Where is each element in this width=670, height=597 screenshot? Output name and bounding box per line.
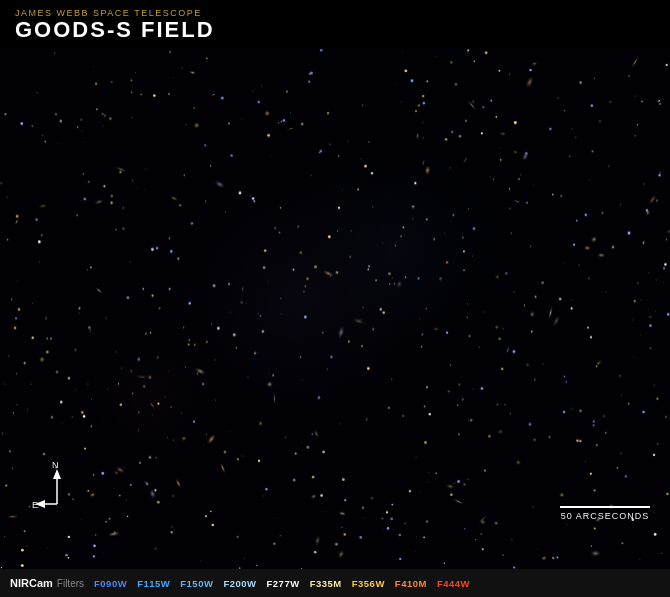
filter-f150w[interactable]: F150W [178,577,215,590]
filter-f090w[interactable]: F090W [92,577,129,590]
compass: N E [30,459,85,514]
svg-text:N: N [52,460,59,470]
filter-f410m[interactable]: F410M [393,577,429,590]
image-container: N E 50 ARCSECONDS [0,48,670,569]
filter-f335m[interactable]: F335M [308,577,344,590]
header: JaMeS WEBB SPACE telescope GOODS-S FIELD [0,0,670,48]
filters-label: Filters [57,578,84,589]
svg-marker-1 [53,469,61,479]
svg-text:E: E [32,500,38,510]
nircam-label: NIRCam [10,577,53,589]
filter-f356w[interactable]: F356W [350,577,387,590]
scale-label: 50 ARCSECONDS [561,511,650,521]
page-title: GOODS-S FIELD [15,18,655,42]
filter-f444w[interactable]: F444W [435,577,472,590]
space-image [0,48,670,569]
scale-bar: 50 ARCSECONDS [560,506,650,521]
filter-f277w[interactable]: F277W [265,577,302,590]
scale-line [560,506,650,508]
page-container: JaMeS WEBB SPACE telescope GOODS-S FIELD… [0,0,670,597]
filter-f200w[interactable]: F200W [221,577,258,590]
filters-list: F090WF115WF150WF200WF277WF335MF356WF410M… [92,577,472,590]
filter-f115w[interactable]: F115W [135,577,172,590]
footer: NIRCam Filters F090WF115WF150WF200WF277W… [0,569,670,597]
